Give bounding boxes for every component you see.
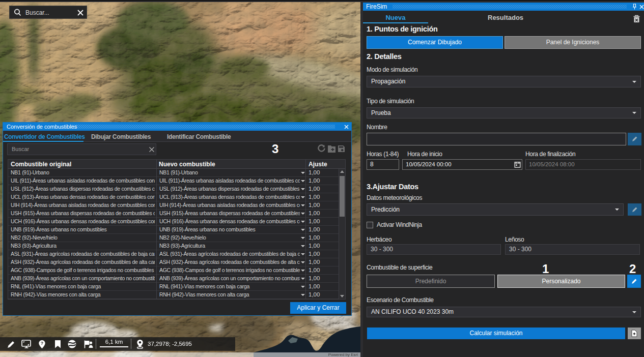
svg-text:?: ?	[41, 341, 44, 346]
